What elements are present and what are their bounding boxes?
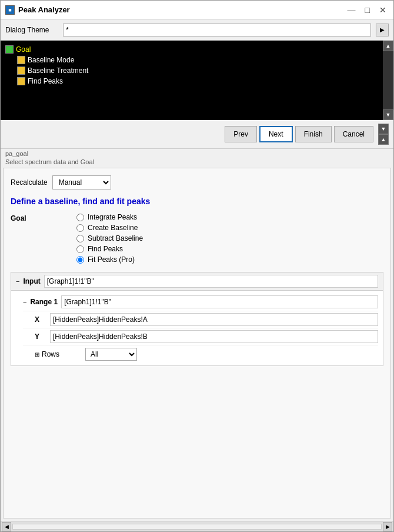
scroll-track[interactable] [12, 524, 382, 530]
radio-integrate-peaks[interactable]: Integrate Peaks [76, 213, 143, 221]
y-value-field[interactable] [50, 330, 378, 343]
finish-button[interactable]: Finish [295, 126, 332, 142]
tree-item-label-goal: Goal [16, 45, 31, 54]
radio-create-baseline[interactable]: Create Baseline [76, 224, 143, 232]
radio-integrate-peaks-label: Integrate Peaks [88, 213, 137, 221]
tree-content: Goal Baseline Mode Baseline Treatment Fi… [1, 41, 393, 90]
next-button[interactable]: Next [259, 126, 293, 142]
minimize-button[interactable]: — [345, 5, 358, 15]
rows-label-wrapper: ⊞ Rows [35, 350, 82, 358]
theme-arrow-button[interactable]: ▶ [376, 24, 389, 36]
radio-find-peaks-input[interactable] [76, 245, 84, 253]
prev-button[interactable]: Prev [225, 126, 257, 142]
peak-analyzer-window: ■ Peak Analyzer — □ ✕ Dialog Theme ▶ Goa… [0, 0, 394, 532]
tree-item-icon-baseline-mode [17, 56, 25, 64]
app-icon: ■ [5, 5, 15, 15]
title-bar: ■ Peak Analyzer — □ ✕ [1, 1, 393, 19]
status-id: pa_goal [1, 149, 393, 158]
input-header-row: − Input [11, 272, 383, 291]
range-1-value-field[interactable] [61, 295, 378, 308]
nav-row: Prev Next Finish Cancel ▼ ▲ [1, 120, 393, 149]
range-1-collapse-button[interactable]: − [23, 298, 26, 305]
radio-find-peaks[interactable]: Find Peaks [76, 245, 143, 253]
window-title: Peak Analyzer [18, 5, 70, 14]
recalculate-select[interactable]: Manual Auto [52, 175, 111, 189]
rows-select[interactable]: All Masked Unmasked [85, 348, 137, 361]
rows-label: Rows [42, 350, 59, 358]
radio-fit-peaks-pro-label: Fit Peaks (Pro) [88, 255, 135, 264]
radio-subtract-baseline-input[interactable] [76, 235, 84, 242]
main-content: Recalculate Manual Auto Define a baselin… [3, 168, 391, 518]
goal-section: Goal Integrate Peaks Create Baseline Sub… [11, 213, 383, 264]
theme-row: Dialog Theme ▶ [1, 19, 393, 41]
tree-panel: Goal Baseline Mode Baseline Treatment Fi… [1, 41, 393, 120]
radio-fit-peaks-pro-input[interactable] [76, 256, 84, 264]
section-title: Define a baseline, find and fit peaks [11, 197, 383, 206]
radio-subtract-baseline[interactable]: Subtract Baseline [76, 234, 143, 242]
input-section-label: Input [23, 277, 40, 285]
theme-input[interactable] [63, 24, 371, 36]
radio-subtract-baseline-label: Subtract Baseline [88, 234, 143, 242]
radio-integrate-peaks-input[interactable] [76, 214, 84, 221]
input-value-field[interactable] [44, 275, 378, 288]
tree-item-find-peaks[interactable]: Find Peaks [17, 76, 378, 87]
radio-create-baseline-label: Create Baseline [88, 224, 138, 232]
tree-item-label-baseline-treatment: Baseline Treatment [28, 66, 88, 75]
scroll-right-button[interactable]: ▶ [383, 522, 392, 531]
goal-options: Integrate Peaks Create Baseline Subtract… [76, 213, 143, 264]
range-1-label: Range 1 [30, 298, 58, 306]
status-description: Select spectrum data and Goal [1, 158, 393, 168]
tree-scroll-down-button[interactable]: ▼ [383, 109, 393, 120]
tree-scroll-up-button[interactable]: ▲ [383, 41, 393, 51]
cancel-button[interactable]: Cancel [334, 126, 373, 142]
recalculate-row: Recalculate Manual Auto [11, 175, 383, 189]
rows-row: ⊞ Rows All Masked Unmasked [23, 345, 378, 363]
nav-scroll-down-button[interactable]: ▲ [378, 134, 389, 145]
range-1-header-row: − Range 1 [23, 293, 378, 311]
tree-scrollbar: ▲ ▼ [383, 41, 393, 120]
radio-fit-peaks-pro[interactable]: Fit Peaks (Pro) [76, 255, 143, 264]
tree-item-icon-goal [5, 45, 14, 54]
y-label: Y [35, 332, 46, 341]
maximize-button[interactable]: □ [363, 5, 372, 15]
bottom-scrollbar: ◀ ▶ [1, 521, 393, 531]
radio-find-peaks-label: Find Peaks [88, 245, 123, 253]
input-collapse-button[interactable]: − [16, 278, 19, 285]
close-button[interactable]: ✕ [377, 5, 389, 15]
y-row: Y [23, 328, 378, 345]
tree-item-label-find-peaks: Find Peaks [28, 77, 63, 85]
tree-item-icon-baseline-treatment [17, 66, 25, 75]
tree-item-icon-find-peaks [17, 77, 25, 85]
goal-label: Goal [11, 213, 69, 222]
range-1-section: − Range 1 X Y ⊞ Ro [11, 291, 383, 365]
tree-item-label-baseline-mode: Baseline Mode [28, 56, 74, 64]
x-row: X [23, 311, 378, 328]
title-controls: — □ ✕ [345, 5, 389, 15]
theme-label: Dialog Theme [5, 26, 58, 34]
title-bar-left: ■ Peak Analyzer [5, 5, 70, 15]
scroll-left-button[interactable]: ◀ [2, 522, 11, 531]
recalculate-label: Recalculate [11, 178, 48, 187]
x-value-field[interactable] [50, 313, 378, 326]
radio-create-baseline-input[interactable] [76, 224, 84, 232]
tree-item-baseline-mode[interactable]: Baseline Mode [17, 55, 378, 65]
rows-expand-icon[interactable]: ⊞ [35, 351, 39, 358]
nav-scroll-up-button[interactable]: ▼ [378, 124, 389, 134]
x-label: X [35, 315, 46, 324]
input-section: − Input − Range 1 X Y [11, 272, 383, 366]
tree-item-goal[interactable]: Goal [5, 44, 378, 55]
tree-item-baseline-treatment[interactable]: Baseline Treatment [17, 65, 378, 76]
